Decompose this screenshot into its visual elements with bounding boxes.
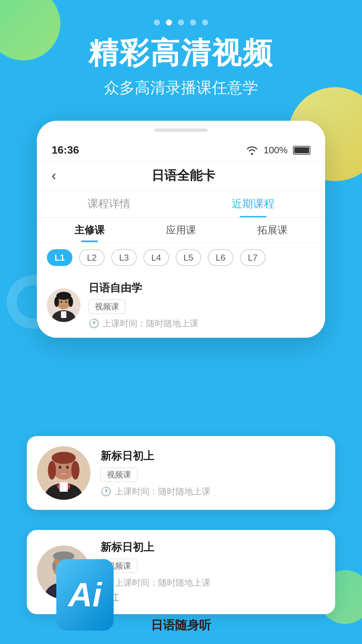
phone-top-bar	[37, 121, 325, 140]
tab-recent-courses[interactable]: 近期课程	[181, 191, 325, 217]
course-name-1: 日语自由学	[88, 281, 315, 296]
subtab-extended-course[interactable]: 拓展课	[227, 218, 318, 242]
svg-rect-12	[60, 482, 68, 492]
level-pill-l5[interactable]: L5	[176, 249, 201, 266]
svg-point-4	[56, 292, 71, 300]
level-pill-l6[interactable]: L6	[208, 249, 233, 266]
phone-mockup: 16:36 100% ‹ 日语全能卡 课程详情 近期课程 主修课 应用课 拓展课	[37, 121, 325, 338]
teacher-avatar-svg-1	[47, 288, 80, 322]
back-button[interactable]: ‹	[52, 168, 56, 183]
course-time-text-1: 上课时间：随时随地上课	[103, 318, 198, 329]
svg-rect-26	[53, 562, 56, 570]
wifi-icon	[246, 146, 258, 155]
level-pill-l7[interactable]: L7	[240, 249, 265, 266]
floating-course-time-2: 🕐 上课时间：随时随地上课	[101, 577, 325, 589]
clock-icon-1: 🕐	[88, 318, 99, 329]
teacher-name-label: 肖江	[101, 591, 325, 604]
svg-point-5	[54, 297, 59, 307]
teacher-avatar-svg-large-1	[37, 446, 90, 500]
floating-card-2-info: 新标日初上 视频课 🕐 上课时间：随时随地上课 肖江	[101, 540, 325, 604]
subtab-applied-course[interactable]: 应用课	[135, 218, 227, 242]
clock-icon-fc1: 🕐	[101, 486, 111, 497]
course-tag-1: 视频课	[88, 300, 125, 314]
floating-course-time-text-1: 上课时间：随时随地上课	[115, 486, 210, 497]
floating-card-1[interactable]: 新标日初上 视频课 🕐 上课时间：随时随地上课	[27, 436, 335, 510]
course-info-1: 日语自由学 视频课 🕐 上课时间：随时随地上课	[88, 281, 315, 329]
status-right: 100%	[246, 145, 310, 156]
floating-course-name-1: 新标日初上	[101, 449, 325, 464]
main-tabs: 课程详情 近期课程	[37, 191, 325, 218]
svg-point-7	[61, 301, 62, 303]
hero-subtitle: 众多高清录播课任意学	[20, 77, 342, 98]
sub-tabs: 主修课 应用课 拓展课	[37, 218, 325, 243]
hero-section: 精彩高清视频 众多高清录播课任意学	[0, 37, 362, 98]
floating-card-1-info: 新标日初上 视频课 🕐 上课时间：随时随地上课	[101, 449, 325, 497]
svg-point-6	[68, 297, 73, 307]
battery-percentage: 100%	[263, 145, 288, 156]
bottom-course-label: 日语随身听	[151, 617, 211, 634]
dot-2[interactable]	[166, 19, 172, 25]
svg-point-8	[65, 301, 67, 303]
pagination-dots	[154, 19, 208, 25]
svg-point-16	[71, 461, 79, 480]
level-pills: L1 L2 L3 L4 L5 L6 L7	[37, 243, 325, 273]
phone-notch	[154, 128, 208, 132]
level-pill-l2[interactable]: L2	[79, 249, 105, 266]
svg-point-15	[48, 461, 56, 480]
svg-point-14	[52, 452, 76, 464]
floating-course-name-2: 新标日初上	[101, 540, 325, 555]
course-item-1[interactable]: 日语自由学 视频课 🕐 上课时间：随时随地上课	[37, 273, 325, 338]
status-bar: 16:36 100%	[37, 140, 325, 161]
nav-bar: ‹ 日语全能卡	[37, 161, 325, 191]
floating-course-tag-1: 视频课	[101, 468, 137, 482]
hero-title: 精彩高清视频	[20, 37, 342, 69]
dot-5[interactable]	[202, 19, 208, 25]
subtab-main-course[interactable]: 主修课	[44, 218, 135, 242]
dot-4[interactable]	[190, 19, 196, 25]
ai-badge: Ai	[56, 559, 114, 631]
course-time-1: 🕐 上课时间：随时随地上课	[88, 318, 315, 329]
floating-course-time-text-2: 上课时间：随时随地上课	[115, 577, 210, 589]
page-title: 日语全能卡	[56, 167, 310, 184]
tab-course-detail[interactable]: 课程详情	[37, 191, 181, 217]
dot-3[interactable]	[178, 19, 184, 25]
svg-point-18	[66, 466, 69, 469]
level-pill-l4[interactable]: L4	[143, 249, 169, 266]
status-time: 16:36	[52, 144, 79, 156]
ai-badge-text: Ai	[68, 576, 102, 614]
teacher-avatar-1	[47, 288, 80, 322]
dot-1[interactable]	[154, 19, 160, 25]
teacher-avatar-large-1	[37, 446, 90, 500]
floating-course-time-1: 🕐 上课时间：随时随地上课	[101, 486, 325, 497]
level-pill-l3[interactable]: L3	[111, 249, 137, 266]
svg-rect-2	[61, 311, 66, 318]
battery-icon	[293, 146, 310, 155]
svg-point-17	[59, 466, 61, 469]
level-pill-l1[interactable]: L1	[47, 249, 72, 266]
